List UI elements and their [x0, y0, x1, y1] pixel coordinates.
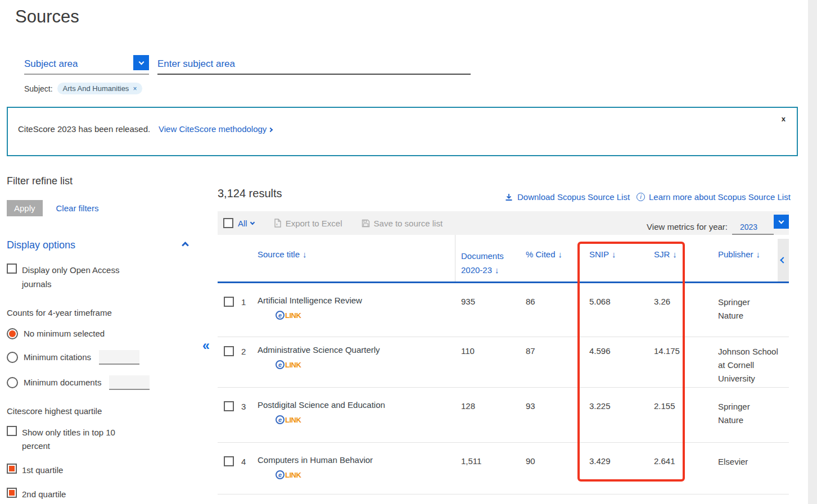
- subject-area-select[interactable]: Subject area: [24, 54, 149, 75]
- min-documents-radio[interactable]: [7, 377, 18, 388]
- sort-descending-icon: ↓: [756, 249, 761, 259]
- row-number: 4: [241, 456, 246, 466]
- min-documents-input[interactable]: [109, 375, 150, 390]
- apply-button[interactable]: Apply: [7, 200, 43, 216]
- q2-checkbox[interactable]: [7, 488, 17, 498]
- elink-word: LINK: [285, 311, 301, 320]
- row-number: 2: [241, 346, 246, 356]
- sort-descending-icon: ↓: [495, 265, 499, 275]
- min-documents-label: Minimum documents: [24, 378, 101, 387]
- chevron-right-icon: [268, 128, 273, 132]
- info-icon: i: [637, 193, 645, 201]
- table-row: 2 Administrative Science Quarterly eLINK…: [218, 337, 789, 388]
- documents-cell: 935: [455, 283, 520, 337]
- no-minimum-radio-row[interactable]: No minimum selected: [7, 328, 204, 339]
- sjr-cell: 14.175: [648, 337, 712, 387]
- source-title-link[interactable]: Administrative Science Quarterly: [258, 345, 455, 355]
- row-checkbox[interactable]: [224, 401, 234, 411]
- chevron-up-icon: [182, 242, 189, 249]
- cited-cell: 93: [520, 388, 584, 442]
- elink-logo[interactable]: eLINK: [276, 470, 301, 479]
- table-row: 1 Artificial Intelligence Review eLINK 9…: [218, 283, 789, 337]
- min-documents-radio-row[interactable]: Minimum documents: [7, 375, 204, 390]
- select-all-checkbox[interactable]: [223, 218, 233, 228]
- export-to-excel-button[interactable]: x Export to Excel: [273, 219, 342, 228]
- download-source-list-link[interactable]: Download Scopus Source List: [504, 192, 630, 202]
- row-checkbox[interactable]: [224, 346, 234, 356]
- q2-checkbox-row[interactable]: 2nd quartile: [7, 488, 204, 502]
- snip-cell: 4.596: [584, 337, 648, 387]
- year-value[interactable]: 2023: [732, 223, 774, 235]
- snip-cell: 3.225: [584, 388, 648, 442]
- learn-more-link[interactable]: i Learn more about Scopus Source List: [637, 192, 791, 202]
- row-checkbox[interactable]: [224, 456, 234, 466]
- top10-label: Show only titles in top 10 percent: [22, 426, 143, 454]
- clear-filters-link[interactable]: Clear filters: [56, 203, 99, 213]
- table-body: 1 Artificial Intelligence Review eLINK 9…: [218, 283, 789, 494]
- collapse-filters-icon[interactable]: «: [202, 339, 210, 352]
- no-minimum-radio[interactable]: [7, 328, 18, 339]
- top10-checkbox[interactable]: [7, 426, 17, 436]
- q1-checkbox-row[interactable]: 1st quartile: [7, 464, 204, 478]
- page-title: Sources: [15, 7, 79, 27]
- q1-label: 1st quartile: [22, 464, 63, 478]
- expand-columns-strip[interactable]: [778, 239, 789, 281]
- save-icon: [362, 219, 370, 228]
- source-title-link[interactable]: Artificial Intelligence Review: [258, 296, 455, 305]
- year-selector: View metrics for year: 2023: [647, 211, 789, 235]
- row-checkbox[interactable]: [224, 297, 234, 307]
- citescore-methodology-link[interactable]: View CiteScore methodology: [159, 124, 272, 134]
- q1-checkbox[interactable]: [7, 464, 17, 474]
- min-citations-input[interactable]: [99, 350, 139, 365]
- results-toolbar: All x Export to Excel Save to source lis…: [218, 211, 789, 235]
- select-all-dropdown[interactable]: All: [238, 219, 254, 228]
- subject-chip[interactable]: Arts And Humanities ×: [57, 83, 143, 94]
- publisher-cell: Elsevier: [712, 443, 789, 494]
- snip-cell: 3.429: [584, 443, 648, 494]
- svg-text:x: x: [276, 223, 278, 226]
- open-access-checkbox-row[interactable]: Display only Open Access journals: [7, 264, 204, 292]
- page-scrollbar-track[interactable]: [808, 0, 817, 504]
- min-citations-radio[interactable]: [7, 352, 18, 363]
- chevron-left-icon: [780, 257, 786, 263]
- banner-close-icon[interactable]: x: [782, 115, 786, 123]
- publisher-cell: Springer Nature: [712, 388, 789, 442]
- banner-message: CiteScore 2023 has been released.: [18, 124, 150, 134]
- download-icon: [504, 193, 513, 202]
- counts-section-label: Counts for 4-year timeframe: [7, 308, 204, 317]
- elink-logo[interactable]: eLINK: [276, 415, 301, 424]
- header-percent-cited[interactable]: % Cited↓: [520, 235, 584, 281]
- elink-e-icon: e: [276, 415, 285, 424]
- display-options-toggle[interactable]: Display options: [7, 239, 188, 251]
- chevron-down-icon: [250, 220, 254, 224]
- subject-area-input[interactable]: [157, 54, 471, 75]
- min-citations-radio-row[interactable]: Minimum citations: [7, 350, 204, 365]
- source-title-link[interactable]: Computers in Human Behavior: [258, 455, 455, 465]
- selected-subject-row: Subject: Arts And Humanities ×: [24, 83, 142, 94]
- publisher-cell: Johnson School at Cornell University: [712, 337, 789, 387]
- cited-cell: 86: [520, 283, 584, 337]
- row-number: 3: [241, 401, 246, 411]
- chip-remove-icon[interactable]: ×: [133, 85, 137, 93]
- top10-checkbox-row[interactable]: Show only titles in top 10 percent: [7, 426, 204, 454]
- year-dropdown-button[interactable]: [774, 215, 789, 229]
- subject-area-dropdown-button[interactable]: [133, 55, 149, 70]
- elink-logo[interactable]: eLINK: [276, 311, 301, 320]
- row-number: 1: [241, 297, 246, 307]
- source-title-link[interactable]: Postdigital Science and Education: [258, 400, 455, 410]
- table-header: Source title↓ Documents 2020-23↓ % Cited…: [218, 235, 789, 283]
- header-documents[interactable]: Documents 2020-23↓: [455, 235, 520, 281]
- sources-page: Sources Subject area Subject: Arts And H…: [0, 0, 817, 504]
- citescore-banner: CiteScore 2023 has been released. View C…: [7, 107, 798, 156]
- filter-sidebar: Filter refine list Apply Clear filters D…: [7, 175, 204, 504]
- header-snip[interactable]: SNIP↓: [584, 235, 648, 281]
- elink-logo[interactable]: eLINK: [276, 360, 301, 369]
- open-access-checkbox[interactable]: [7, 264, 17, 274]
- elink-e-icon: e: [276, 311, 285, 320]
- table-row: 4 Computers in Human Behavior eLINK 1,51…: [218, 443, 789, 494]
- publisher-cell: Springer Nature: [712, 283, 789, 337]
- header-sjr[interactable]: SJR↓: [648, 235, 712, 281]
- save-to-source-list-button[interactable]: Save to source list: [362, 219, 443, 228]
- header-source-title[interactable]: Source title↓: [218, 235, 455, 281]
- documents-cell: 110: [455, 337, 520, 387]
